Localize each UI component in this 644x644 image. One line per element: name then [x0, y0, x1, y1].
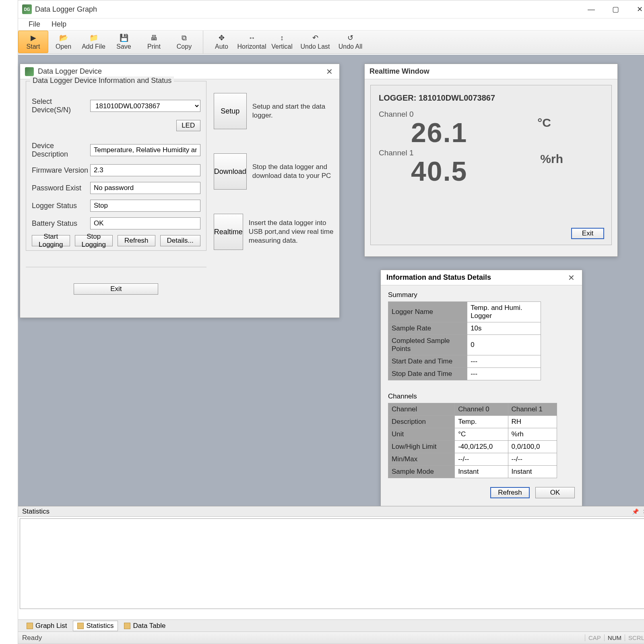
details-button[interactable]: Details...	[160, 235, 200, 246]
status-cap: CAP	[585, 634, 604, 641]
refresh-button[interactable]: Refresh	[118, 235, 155, 246]
graph-list-icon	[27, 623, 33, 629]
details-dialog: Information and Status Details ✕ Summary…	[380, 270, 582, 506]
close-button[interactable]: ✕	[627, 0, 644, 19]
statusbar: Ready CAP NUM SCRL	[18, 632, 644, 644]
arrows-move-icon: ✥	[217, 33, 226, 42]
desc-field[interactable]	[90, 144, 200, 156]
details-title: Information and Status Details ✕	[381, 270, 582, 285]
folder-icon: 📂	[59, 33, 68, 42]
status-ready: Ready	[22, 634, 42, 642]
realtime-button[interactable]: Realtime	[214, 214, 243, 250]
main-window: DG Data Logger Graph — ▢ ✕ File Help ▶St…	[18, 0, 644, 644]
setup-text: Setup and start the data logger.	[252, 102, 334, 120]
realtime-ch1-unit: %rh	[540, 152, 563, 166]
device-dialog: Data Logger Device ✕ Data Logger Device …	[20, 64, 340, 318]
realtime-ch0-value: 26.1	[379, 119, 603, 146]
realtime-text: Insert the data logger into USB port,and…	[249, 219, 334, 245]
statistics-panel: Statistics 📌 ✕	[18, 506, 644, 611]
data-table-icon	[124, 623, 130, 629]
app-title: Data Logger Graph	[35, 5, 579, 14]
device-dialog-close[interactable]: ✕	[324, 67, 334, 76]
save-icon: 💾	[120, 33, 128, 42]
battery-field	[90, 217, 200, 229]
pw-field	[90, 182, 200, 194]
toolbar-add-file[interactable]: 📁Add File	[78, 31, 109, 53]
tab-statistics[interactable]: Statistics	[73, 621, 118, 631]
realtime-window: Realtime Window LOGGER: 181010DWL0073867…	[364, 64, 618, 257]
device-group-title: Data Logger Device Information and Statu…	[30, 76, 174, 85]
toolbar-horizontal[interactable]: ↔Horizontal	[237, 31, 267, 53]
undo-all-icon: ↺	[346, 33, 355, 42]
realtime-title: Realtime Window	[365, 64, 617, 79]
status-field	[90, 200, 200, 212]
summary-table: Logger NameTemp. and Humi. Logger Sample…	[388, 301, 541, 380]
minimize-button[interactable]: —	[579, 0, 603, 19]
start-logging-button[interactable]: Start Logging	[32, 235, 70, 246]
tab-graph-list[interactable]: Graph List	[22, 621, 71, 631]
details-close-button[interactable]: ✕	[566, 273, 576, 283]
toolbar-vertical[interactable]: ↕Vertical	[267, 31, 297, 53]
arrows-v-icon: ↕	[278, 33, 287, 42]
desc-label: Device Description	[32, 142, 90, 159]
download-text: Stop the data logger and download data t…	[252, 163, 334, 180]
toolbar-save[interactable]: 💾Save	[109, 31, 139, 53]
menubar: File Help	[18, 19, 644, 31]
toolbar-print[interactable]: 🖶Print	[139, 31, 169, 53]
details-refresh-button[interactable]: Refresh	[490, 487, 530, 498]
toolbar-copy[interactable]: ⧉Copy	[169, 31, 199, 53]
select-device-dropdown[interactable]: 181010DWL0073867	[90, 100, 200, 112]
summary-label: Summary	[388, 291, 575, 299]
toolbar-open[interactable]: 📂Open	[48, 31, 78, 53]
channels-table: ChannelChannel 0Channel 1 DescriptionTem…	[388, 403, 557, 478]
fw-label: Firmware Version	[32, 166, 90, 175]
statistics-body	[20, 518, 644, 609]
toolbar-auto[interactable]: ✥Auto	[206, 31, 237, 53]
device-dialog-icon	[25, 67, 34, 76]
details-ok-button[interactable]: OK	[535, 487, 575, 498]
maximize-button[interactable]: ▢	[603, 0, 627, 19]
toolbar-undo-all[interactable]: ↺Undo All	[333, 31, 367, 53]
statistics-panel-title: Statistics	[22, 508, 50, 516]
select-device-label: Select Device(S/N)	[32, 97, 90, 114]
statistics-icon	[77, 623, 84, 629]
status-scrl: SCRL	[625, 634, 644, 641]
status-label: Logger Status	[32, 202, 90, 210]
stop-logging-button[interactable]: Stop Logging	[75, 235, 113, 246]
print-icon: 🖶	[150, 33, 159, 42]
toolbar-divider	[199, 31, 203, 54]
toolbar: ▶Start 📂Open 📁Add File 💾Save 🖶Print ⧉Cop…	[18, 31, 644, 54]
bottom-tabs: Graph List Statistics Data Table	[18, 619, 644, 632]
realtime-ch1-value: 40.5	[379, 157, 603, 185]
pw-label: Password Exist	[32, 184, 90, 192]
menu-file[interactable]: File	[23, 19, 46, 30]
setup-button[interactable]: Setup	[214, 93, 247, 129]
menu-help[interactable]: Help	[46, 19, 72, 30]
channels-label: Channels	[388, 392, 575, 400]
realtime-exit-button[interactable]: Exit	[571, 228, 604, 239]
titlebar: DG Data Logger Graph — ▢ ✕	[18, 0, 644, 19]
led-button[interactable]: LED	[176, 120, 200, 131]
folder-plus-icon: 📁	[89, 33, 98, 42]
fw-field	[90, 164, 200, 176]
realtime-ch0-unit: °C	[537, 116, 551, 130]
copy-icon: ⧉	[180, 33, 189, 42]
undo-icon: ↶	[311, 33, 320, 42]
toolbar-undo-last[interactable]: ↶Undo Last	[297, 31, 333, 53]
status-num: NUM	[604, 634, 625, 641]
device-exit-button[interactable]: Exit	[74, 283, 158, 295]
realtime-logger-label: LOGGER: 181010DWL0073867	[379, 93, 603, 103]
arrows-h-icon: ↔	[248, 33, 256, 42]
battery-label: Battery Status	[32, 219, 90, 228]
toolbar-start[interactable]: ▶Start	[18, 31, 48, 53]
tab-data-table[interactable]: Data Table	[120, 621, 170, 631]
pin-icon[interactable]: 📌	[632, 508, 639, 515]
play-icon: ▶	[29, 33, 38, 42]
download-button[interactable]: Download	[214, 153, 247, 190]
app-icon: DG	[22, 4, 32, 14]
